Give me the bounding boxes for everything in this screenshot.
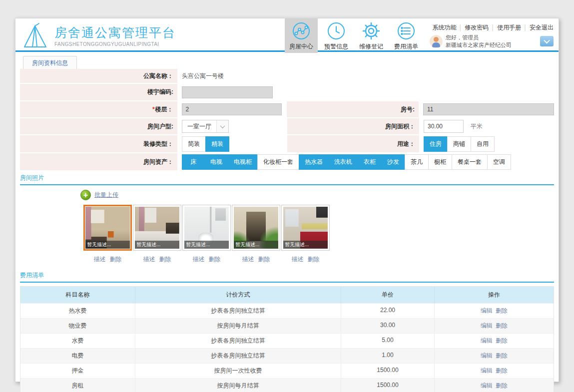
batch-upload-link[interactable]: 批量上传	[94, 191, 118, 199]
photo-desc-link[interactable]: 描述	[94, 255, 106, 264]
photo-delete-link[interactable]: 删除	[110, 255, 122, 264]
usage-options: 住房 商铺 自用	[424, 136, 495, 152]
table-row: 电费 抄表各房间独立结算 1.00 编辑删除	[20, 349, 554, 364]
fee-price: 22.00	[341, 304, 435, 318]
nav-item-repair-register[interactable]: 维修登记	[355, 18, 388, 53]
delete-link[interactable]: 删除	[496, 322, 508, 330]
link-system-functions[interactable]: 系统功能	[432, 23, 456, 32]
table-row: 水费 抄表各房间独立结算 5.00 编辑删除	[20, 334, 554, 349]
asset-wardrobe[interactable]: 衣柜	[358, 154, 382, 170]
asset-dresser-set[interactable]: 化妆柜一套	[257, 154, 299, 170]
asset-dining-table-set[interactable]: 餐桌一套	[452, 154, 488, 170]
building-code-label: 楼宇编码:	[20, 84, 177, 100]
asset-sofa[interactable]: 沙发	[381, 154, 405, 170]
link-change-password[interactable]: 修改密码	[465, 23, 489, 32]
fee-method: 抄表各房间独立结算	[135, 334, 341, 348]
delete-link[interactable]: 删除	[496, 352, 508, 360]
room-area-field[interactable]	[424, 120, 464, 133]
delete-link[interactable]: 删除	[496, 307, 508, 315]
nav-item-warning-info[interactable]: 预警信息	[320, 18, 353, 53]
delete-link[interactable]: 删除	[496, 367, 508, 375]
asset-cupboard[interactable]: 橱柜	[428, 154, 452, 170]
fee-name: 房租	[20, 379, 135, 392]
photo-item: 暂无描述... 描述删除	[83, 205, 132, 264]
empty-room-photo[interactable]: 暂无描述...	[133, 205, 181, 251]
room-no-field[interactable]	[423, 103, 554, 115]
fee-table: 科目名称 计价方式 单价 操作 热水费 抄表各房间独立结算 22.00 编辑删除…	[20, 286, 554, 392]
edit-link[interactable]: 编辑	[481, 337, 493, 345]
header-right: 系统功能│修改密码│使用手册│安全退出 您好，管理员 新疆城市之家房产经纪公司	[430, 22, 554, 49]
photo-caption: 暂无描述...	[85, 241, 130, 249]
photo-delete-link[interactable]: 删除	[308, 255, 320, 264]
nav-label: 预警信息	[324, 42, 348, 51]
asset-water-heater[interactable]: 热水器	[299, 154, 329, 170]
required-mark: *	[152, 106, 155, 113]
photo-delete-link[interactable]: 删除	[209, 255, 221, 264]
photo-delete-link[interactable]: 删除	[159, 255, 171, 264]
room-area-label: 房间面积：	[287, 118, 419, 134]
building-code-field[interactable]	[182, 86, 273, 98]
photos-section-title: 房间照片	[15, 171, 559, 184]
app-title: 房舍通公寓管理平台	[54, 24, 176, 41]
room-form: 公寓名称： 头宫公寓一号楼 楼宇编码: *楼层： 房号: 房间户型: 一室一厅 …	[20, 69, 554, 170]
table-row: 押金 按房间一次性收费 1500.00 编辑删除	[20, 364, 554, 379]
photo-item: 暂无描述... 描述删除	[182, 205, 231, 264]
fee-name: 水费	[20, 334, 135, 348]
nav-item-house-center[interactable]: 房屋中心	[285, 18, 318, 53]
bathroom-photo[interactable]: 暂无描述...	[182, 205, 231, 251]
clock-icon	[326, 21, 346, 41]
living-room-photo[interactable]: 暂无描述...	[83, 205, 132, 251]
usage-option-shop[interactable]: 商铺	[447, 136, 471, 152]
chevron-down-button[interactable]	[540, 36, 554, 46]
nav-item-fee-list[interactable]: 费用清单	[390, 18, 423, 53]
kitchen-photo[interactable]: 暂无描述...	[281, 205, 330, 251]
batch-upload[interactable]: + 批量上传	[80, 190, 559, 200]
edit-link[interactable]: 编辑	[481, 352, 493, 360]
room-type-select[interactable]: 一室一厅	[182, 120, 229, 133]
chart-circle-icon	[291, 21, 311, 41]
photo-item: 暂无描述... 描述删除	[232, 205, 280, 264]
link-safe-logout[interactable]: 安全退出	[530, 23, 554, 32]
link-user-manual[interactable]: 使用手册	[497, 23, 521, 32]
fee-name: 物业费	[20, 319, 135, 333]
asset-air-conditioner[interactable]: 空调	[487, 154, 511, 170]
col-subject-name: 科目名称	[20, 287, 135, 303]
photo-delete-link[interactable]: 删除	[258, 255, 270, 264]
user-info: 您好，管理员 新疆城市之家房产经纪公司	[430, 34, 554, 49]
fee-price: 1500.00	[341, 379, 435, 392]
decoration-option-refined[interactable]: 精装	[205, 136, 229, 152]
photo-desc-link[interactable]: 描述	[193, 255, 205, 264]
edit-link[interactable]: 编辑	[481, 322, 493, 330]
edit-link[interactable]: 编辑	[481, 367, 493, 375]
top-links: 系统功能│修改密码│使用手册│安全退出	[430, 23, 554, 32]
usage-option-self-use[interactable]: 自用	[471, 136, 495, 152]
asset-tv-cabinet[interactable]: 电视柜	[228, 154, 258, 170]
company-name: 新疆城市之家房产经纪公司	[446, 41, 512, 49]
room-no-label: 房号:	[287, 101, 419, 117]
asset-tv[interactable]: 电视	[204, 154, 228, 170]
header: 房舍通公寓管理平台 FANGSHETONGGONGYUGUANLIPINGTAI	[15, 18, 559, 50]
fee-method: 按房间每月结算	[135, 319, 341, 333]
usage-option-residence[interactable]: 住房	[424, 136, 448, 152]
edit-link[interactable]: 编辑	[481, 382, 493, 390]
fee-name: 热水费	[20, 304, 135, 318]
asset-bed[interactable]: 床	[182, 154, 205, 170]
delete-link[interactable]: 删除	[496, 337, 508, 345]
photo-desc-link[interactable]: 描述	[242, 255, 254, 264]
fee-price: 1500.00	[341, 364, 435, 378]
photo-caption: 暂无描述...	[283, 241, 328, 249]
floor-field[interactable]	[182, 103, 282, 115]
delete-link[interactable]: 删除	[496, 382, 508, 390]
main-window: 房舍通公寓管理平台 FANGSHETONGGONGYUGUANLIPINGTAI	[15, 18, 559, 382]
fee-table-header: 科目名称 计价方式 单价 操作	[20, 287, 554, 304]
table-row: 房租 按房间每月结算 1500.00 编辑删除	[20, 379, 554, 392]
edit-link[interactable]: 编辑	[481, 307, 493, 315]
room-type-label: 房间户型:	[20, 118, 177, 134]
fee-method: 抄表各房间独立结算	[135, 349, 341, 363]
asset-tea-table[interactable]: 茶几	[405, 154, 429, 170]
photo-desc-link[interactable]: 描述	[292, 255, 304, 264]
decoration-option-simple[interactable]: 简装	[182, 136, 206, 152]
photo-desc-link[interactable]: 描述	[143, 255, 155, 264]
hallway-photo[interactable]: 暂无描述...	[232, 205, 280, 251]
asset-washing-machine[interactable]: 洗衣机	[328, 154, 358, 170]
